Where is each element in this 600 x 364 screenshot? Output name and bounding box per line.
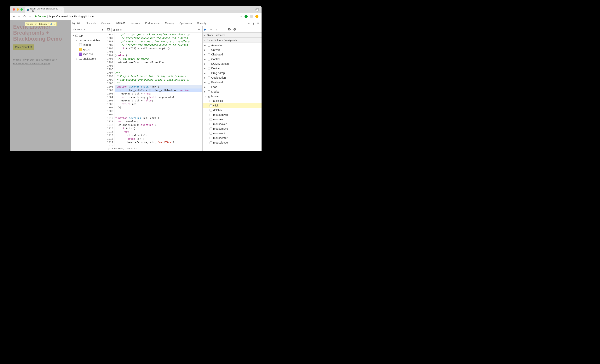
devtools-panel-security[interactable]: Security: [195, 20, 209, 26]
resume-icon[interactable]: ▶|: [204, 28, 208, 31]
inspect-icon[interactable]: [72, 22, 77, 25]
checkbox[interactable]: [208, 67, 210, 70]
home-icon[interactable]: ⌂: [28, 15, 32, 18]
section-elb[interactable]: ▼Event Listener Breakpoints: [203, 37, 262, 43]
more-tabs-icon[interactable]: »: [84, 28, 85, 31]
bookmark-icon[interactable]: ☆: [240, 15, 242, 18]
bp-event[interactable]: click: [203, 103, 262, 108]
close-window-icon[interactable]: [13, 8, 15, 11]
devtools-panel-application[interactable]: Application: [177, 20, 195, 26]
tree-top[interactable]: top: [72, 33, 105, 38]
checkbox[interactable]: [209, 141, 212, 144]
tree-domain[interactable]: ☁ unpkg.com: [72, 56, 105, 61]
bp-event[interactable]: mousedown: [203, 112, 262, 117]
bp-event[interactable]: auxclick: [203, 99, 262, 103]
reload-icon[interactable]: ⟳: [23, 15, 26, 18]
devtools-panel-sources[interactable]: Sources: [113, 20, 128, 26]
navigator-menu-icon[interactable]: ⋮: [101, 27, 104, 31]
tree-file[interactable]: style.css: [72, 52, 105, 56]
pause-exceptions-icon[interactable]: [233, 28, 237, 31]
bp-event[interactable]: mouseout: [203, 131, 262, 136]
close-devtools-icon[interactable]: ×: [256, 21, 260, 25]
bp-category[interactable]: ▶Geolocation: [203, 75, 262, 80]
bp-category[interactable]: ▶Clipboard: [203, 52, 262, 57]
checkbox[interactable]: [208, 76, 210, 79]
checkbox[interactable]: [208, 95, 210, 98]
step-into-icon[interactable]: ↓: [215, 28, 218, 31]
checkbox[interactable]: [209, 104, 212, 107]
devtools-panel-console[interactable]: Console: [99, 20, 113, 26]
bp-category[interactable]: ▶Drag / drop: [203, 71, 262, 75]
checkbox[interactable]: [208, 91, 210, 93]
step-mini-icon[interactable]: ⤼: [53, 23, 56, 25]
back-icon[interactable]: ←: [12, 15, 16, 18]
devtools-panel-elements[interactable]: Elements: [83, 20, 99, 26]
checkbox[interactable]: [209, 100, 212, 102]
profile-icon[interactable]: [255, 8, 259, 12]
bp-category[interactable]: ▼Mouse: [203, 94, 262, 99]
forward-icon[interactable]: →: [17, 15, 21, 18]
devtools-menu-icon[interactable]: ⋮: [251, 21, 256, 25]
extension-icon[interactable]: [244, 15, 248, 18]
resume-mini-icon[interactable]: ▶|: [49, 23, 52, 25]
checkbox[interactable]: [208, 86, 210, 88]
more-panels-icon[interactable]: »: [246, 21, 251, 25]
step-over-icon[interactable]: ⤼: [209, 28, 213, 31]
file-tab[interactable]: vue.js ×: [111, 28, 123, 32]
checkbox[interactable]: [208, 81, 210, 84]
bp-category[interactable]: ▶Media: [203, 89, 262, 94]
step-out-icon[interactable]: ↑: [220, 28, 224, 31]
extension-icon[interactable]: [250, 15, 253, 18]
deactivate-bp-icon[interactable]: [228, 28, 232, 31]
code-body[interactable]: 1786178717881789179017911792179317941795…: [106, 32, 202, 146]
checkbox[interactable]: [208, 58, 210, 61]
minimize-window-icon[interactable]: [17, 8, 19, 11]
devtools-panel-network[interactable]: Network: [128, 20, 143, 26]
close-tab-icon[interactable]: ×: [61, 9, 62, 12]
devtools-panel-memory[interactable]: Memory: [162, 20, 177, 26]
checkbox[interactable]: [208, 53, 210, 56]
run-snippet-icon[interactable]: ▶: [197, 28, 201, 31]
checkbox[interactable]: [209, 132, 212, 135]
bp-category[interactable]: ▶Control: [203, 57, 262, 62]
checkbox[interactable]: [208, 72, 210, 74]
devtools: ElementsConsoleSourcesNetworkPerformance…: [71, 20, 262, 151]
tree-file[interactable]: (index): [72, 43, 105, 47]
checkbox[interactable]: [208, 49, 210, 51]
devtools-panel-performance[interactable]: Performance: [142, 20, 162, 26]
checkbox[interactable]: [209, 118, 212, 121]
close-file-icon[interactable]: ×: [120, 29, 122, 31]
tree-file[interactable]: app.js: [72, 47, 105, 52]
checkbox[interactable]: [209, 137, 212, 139]
navigator-tab[interactable]: Network: [73, 28, 82, 31]
checkbox[interactable]: [209, 127, 212, 130]
url-field[interactable]: Secure | https://framework-blackboxing.g…: [34, 14, 238, 19]
bp-category[interactable]: ▶Load: [203, 85, 262, 89]
bp-event[interactable]: mouseover: [203, 122, 262, 126]
bp-category[interactable]: ▶Keyboard: [203, 80, 262, 85]
paused-badge: Paused in debugger ▶| ⤼: [25, 22, 57, 26]
bp-event[interactable]: dblclick: [203, 108, 262, 112]
checkbox[interactable]: [209, 114, 212, 116]
bp-category[interactable]: ▶DOM Mutation: [203, 62, 262, 66]
extension-icon[interactable]: [255, 15, 258, 18]
checkbox[interactable]: [209, 109, 212, 111]
checkbox[interactable]: [208, 44, 210, 46]
secure-indicator[interactable]: Secure: [35, 15, 46, 18]
browser-tab[interactable]: Event Listener Breakpoints + B ×: [25, 7, 64, 13]
bp-category[interactable]: ▶Canvas: [203, 47, 262, 52]
device-toolbar-icon[interactable]: [77, 22, 82, 25]
fullscreen-window-icon[interactable]: [20, 8, 23, 11]
bp-category[interactable]: ▶Device: [203, 66, 262, 71]
pretty-print-icon[interactable]: {}: [108, 147, 110, 150]
checkbox[interactable]: [208, 63, 210, 65]
bp-event[interactable]: mouseup: [203, 117, 262, 122]
bp-category[interactable]: ▶Animation: [203, 43, 262, 47]
tree-domain[interactable]: ☁ framework-bla: [72, 38, 105, 43]
bp-event[interactable]: mousemove: [203, 126, 262, 131]
toggle-sidebar-icon[interactable]: [107, 28, 111, 31]
section-global-listeners[interactable]: ▶Global Listeners: [203, 32, 262, 37]
bp-event[interactable]: mouseenter: [203, 136, 262, 140]
checkbox[interactable]: [209, 123, 212, 125]
bp-event[interactable]: mouseleave: [203, 140, 262, 145]
